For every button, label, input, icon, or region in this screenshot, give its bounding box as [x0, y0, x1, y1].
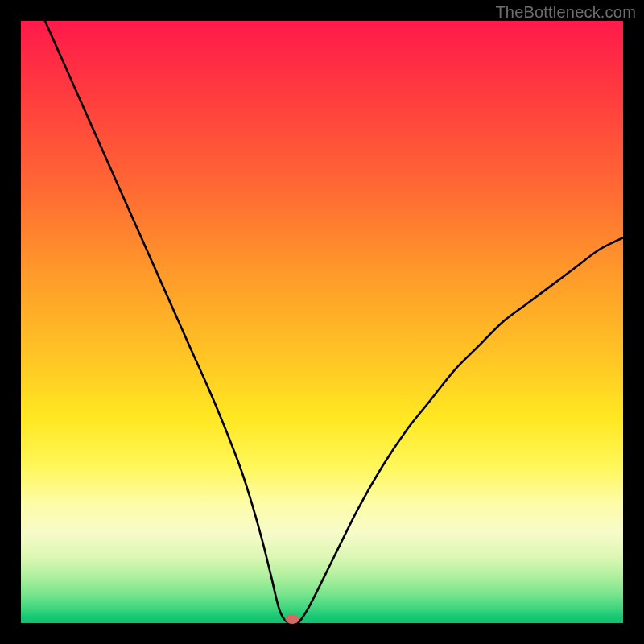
bottleneck-curve — [21, 21, 623, 623]
chart-frame: TheBottleneck.com — [0, 0, 644, 644]
watermark-text: TheBottleneck.com — [495, 3, 636, 22]
plot-area — [21, 21, 623, 623]
optimal-point-marker — [285, 614, 299, 624]
